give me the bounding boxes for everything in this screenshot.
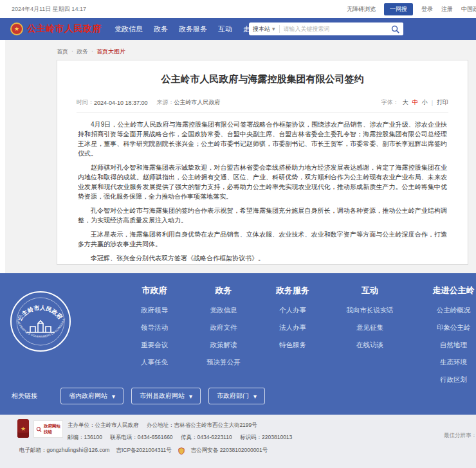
national-emblem-icon: ★ — [10, 22, 23, 35]
page-edge — [0, 40, 5, 273]
login-link[interactable]: 登录 — [421, 5, 433, 14]
footer-link[interactable]: 法人办事 — [257, 323, 328, 332]
office-address-text: 办公地址：吉林省公主岭市西公主大街2199号 — [147, 422, 257, 428]
resolution-text: 最佳分辨率：1920*1080 — [444, 432, 476, 440]
font-small-button[interactable]: 小 — [422, 98, 428, 107]
search-scope-select[interactable]: 搜本站 ▾ — [249, 25, 280, 33]
police-record-link[interactable]: 吉公网安备 22038102000001号 — [191, 447, 268, 455]
bottom-info-bar: ★ 政府网站 找错 主办单位：公主岭市人民政府 办公地址：吉林省公主岭市西公主大… — [0, 415, 476, 468]
breadcrumb-current: 首页大图片 — [96, 48, 125, 56]
nav-item-services[interactable]: 政务服务 — [179, 24, 207, 34]
font-large-button[interactable]: 大 — [403, 98, 408, 107]
nav-item-government[interactable]: 政务 — [154, 24, 168, 34]
postcode-text: 邮编：136100 — [68, 434, 102, 440]
footer-link[interactable]: 人事任免 — [119, 358, 190, 367]
source-value: 公主岭市人民政府 — [174, 98, 221, 107]
site-footer: 公主岭市人民政府 THE PEOPLE'S GOVERNMENT OF GONG… — [0, 273, 476, 415]
footer-link[interactable]: 行政区划 — [412, 375, 476, 384]
article-body: 4月9日，公主岭市人民政府与海露控股集团有限公司签署战略合作框架协议，围绕涉农产… — [78, 120, 447, 263]
footer-col-city-gov: 市政府 政府领导 领导活动 重要会议 人事任免 — [119, 285, 190, 393]
footer-link[interactable]: 意见征集 — [328, 323, 412, 332]
nav-item-party-info[interactable]: 党政信息 — [114, 24, 143, 34]
footer-col-interaction: 互动 我向市长说实话 意见征集 在线访谈 — [328, 285, 412, 393]
gov-badge-icon[interactable]: ★ — [17, 419, 29, 438]
footer-columns: 市政府 政府领导 领导活动 重要会议 人事任免 政务 党政信息 政府文件 政策解… — [119, 285, 476, 393]
paragraph: 李冠辉、张兴金分别代表双方签署《战略合作框架协议书》。 — [78, 253, 447, 263]
footer-link[interactable]: 我向市长说实话 — [328, 306, 412, 315]
government-seal-icon: 公主岭市人民政府 THE PEOPLE'S GOVERNMENT OF GONG… — [9, 290, 72, 353]
find-error-icon — [36, 426, 42, 433]
footer-link[interactable]: 党政信息 — [190, 306, 257, 315]
footer-link[interactable]: 重要会议 — [119, 341, 190, 350]
county-sites-dropdown[interactable]: 市州县政府网站 ▾ — [131, 388, 201, 404]
footer-link[interactable]: 预决算公开 — [190, 358, 257, 367]
search-input[interactable] — [280, 26, 387, 32]
footer-link[interactable]: 特色服务 — [257, 341, 328, 350]
breadcrumb-separator: · — [91, 48, 93, 56]
article-tools: 字体： 大 中 小 | 打印 — [381, 98, 448, 107]
register-link[interactable]: 注册 — [441, 5, 453, 14]
one-search-button[interactable]: 一网搜 — [384, 3, 413, 15]
breadcrumb-section[interactable]: 政务 — [77, 48, 88, 56]
footer-link[interactable]: 生态环境 — [412, 358, 476, 367]
utility-bar: 2024年4月11日 星期四 14:17 无障碍浏览 一网搜 登录 注册 中国政… — [0, 0, 476, 18]
footer-link[interactable]: 自然地理 — [412, 341, 476, 350]
footer-link[interactable]: 政府文件 — [190, 323, 257, 332]
icp-license-link[interactable]: 吉ICP备2021004311号 — [116, 447, 171, 455]
footer-link[interactable]: 个人办事 — [257, 306, 328, 315]
phone-text: 联系电话：0434-6561660 — [110, 434, 172, 440]
related-links-label: 相关链接 — [12, 392, 37, 401]
svg-text:公主岭市人民政府: 公主岭市人民政府 — [16, 305, 64, 323]
paragraph: 赵师骐对孔令智和海露集团表示诚挚欢迎，对台盟吉林省委会牵线搭桥助力地方经济发展表… — [78, 163, 447, 201]
site-title: 公主岭市人民政府 — [27, 23, 102, 35]
footer-link[interactable]: 政府领导 — [119, 306, 190, 315]
contact-info: 主办单位：公主岭市人民政府 办公地址：吉林省公主岭市西公主大街2199号 邮编：… — [68, 419, 298, 444]
divider: | — [432, 100, 433, 106]
breadcrumb: 首页 · 政务 · 首页大图片 — [57, 48, 125, 56]
departments-dropdown[interactable]: 市政府部门 ▾ — [208, 388, 265, 404]
datetime-text: 2024年4月11日 星期四 14:17 — [12, 5, 86, 14]
search-box: 搜本站 ▾ — [249, 22, 403, 35]
time-value: 2024-04-10 18:37:00 — [94, 100, 148, 106]
accessibility-link[interactable]: 无障碍浏览 — [347, 5, 376, 14]
chevron-down-icon: ▾ — [189, 393, 192, 400]
chevron-down-icon: ▾ — [253, 393, 257, 400]
search-icon — [391, 25, 399, 33]
breadcrumb-separator: · — [71, 48, 73, 56]
article-meta: 时间： 2024-04-10 18:37:00 来源： 公主岭市人民政府 字体：… — [77, 98, 448, 113]
footer-link[interactable]: 政策解读 — [190, 341, 257, 350]
registration-info: 电子邮箱：gongzhulingshi@126.com 吉ICP备2021004… — [19, 447, 274, 455]
paragraph: 孔令智对公主岭市与海露集团的签约合作表示祝贺，希望海露集团充分施展自身所长，调动… — [78, 206, 447, 225]
chevron-down-icon: ▾ — [112, 393, 115, 400]
paragraph: 4月9日，公主岭市人民政府与海露控股集团有限公司签署战略合作框架协议，围绕涉农产… — [78, 120, 447, 158]
china-gov-link[interactable]: 中国政府网 — [461, 5, 476, 14]
footer-link[interactable]: 在线访谈 — [328, 341, 412, 350]
article-title: 公主岭市人民政府与海露控股集团有限公司签约 — [57, 73, 468, 86]
utility-links: 无障碍浏览 一网搜 登录 注册 中国政府网 — [347, 3, 476, 15]
article-card: 公主岭市人民政府与海露控股集团有限公司签约 时间： 2024-04-10 18:… — [57, 60, 468, 265]
footer-col-services: 政务服务 个人办事 法人办事 特色服务 — [257, 285, 328, 393]
search-button[interactable] — [387, 22, 403, 35]
paragraph: 王冰星表示，海露集团将利用自身优势在农产品销售、立体农服、农业技术、农业和数字资… — [78, 230, 447, 249]
site-header: ★ 公主岭市人民政府 党政信息 政务 政务服务 互动 走进公主岭 搜本站 ▾ — [0, 18, 476, 40]
source-label: 来源： — [157, 98, 174, 107]
font-medium-button[interactable]: 中 — [412, 98, 418, 107]
breadcrumb-home[interactable]: 首页 — [57, 48, 68, 56]
fax-text: 传真：0434-6223110 — [181, 434, 232, 440]
provincial-sites-dropdown[interactable]: 省内政府网站 ▾ — [60, 388, 124, 404]
font-size-label: 字体： — [381, 98, 399, 107]
nav-item-interaction[interactable]: 互动 — [218, 24, 232, 34]
footer-link[interactable]: 印象公主岭 — [412, 323, 476, 332]
print-button[interactable]: 打印 — [437, 98, 448, 107]
time-label: 时间： — [77, 98, 94, 107]
site-id-text: 标识码：2203810013 — [240, 434, 292, 440]
footer-col-about: 走进公主岭 公主岭概况 印象公主岭 自然地理 生态环境 行政区划 — [412, 285, 476, 393]
footer-link[interactable]: 公主岭概况 — [412, 306, 476, 315]
host-unit-text: 主办单位：公主岭市人民政府 — [68, 422, 139, 428]
footer-link[interactable]: 领导活动 — [119, 323, 190, 332]
footer-col-government: 政务 党政信息 政府文件 政策解读 预决算公开 — [190, 285, 257, 393]
email-text: 电子邮箱：gongzhulingshi@126.com — [19, 447, 109, 455]
site-error-report-badge[interactable]: 政府网站 找错 — [33, 420, 63, 438]
gate-building-icon — [26, 321, 55, 332]
related-links-bar: 相关链接 省内政府网站 ▾ 市州县政府网站 ▾ 市政府部门 ▾ — [12, 388, 273, 404]
